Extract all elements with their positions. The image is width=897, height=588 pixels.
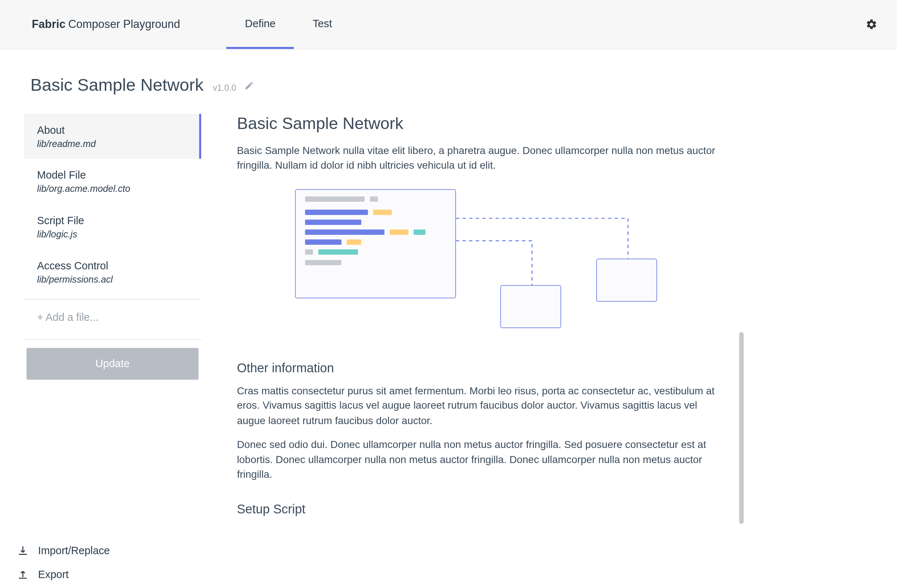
sidebar-item-sub: lib/org.acme.model.cto: [37, 183, 189, 195]
sidebar-item-title: Access Control: [37, 259, 189, 273]
brand-bold: Fabric: [32, 18, 66, 31]
top-bar: Fabric Composer Playground Define Test: [0, 0, 897, 50]
node-card: [501, 285, 561, 328]
sidebar-item-script[interactable]: Script File lib/logic.js: [24, 204, 201, 249]
tabs: Define Test: [227, 0, 351, 49]
sidebar-item-sub: lib/readme.md: [37, 137, 187, 150]
readme-h2: Other information: [237, 361, 721, 376]
readme-pane: Basic Sample Network Basic Sample Networ…: [201, 114, 744, 527]
gear-icon[interactable]: [865, 0, 877, 49]
page-version: v1.0.0: [213, 83, 236, 93]
sidebar-item-access[interactable]: Access Control lib/permissions.acl: [24, 249, 201, 295]
scrollbar-thumb[interactable]: [739, 332, 744, 524]
page-header: Basic Sample Network v1.0.0: [0, 50, 897, 99]
tab-test-label: Test: [312, 18, 332, 29]
scrollbar[interactable]: [739, 114, 744, 527]
readme-p: Cras mattis consectetur purus sit amet f…: [237, 384, 721, 428]
sidebar-item-title: Model File: [37, 168, 189, 183]
readme-h2: Setup Script: [237, 502, 721, 517]
export-label: Export: [38, 569, 69, 580]
readme-p: Donec sed odio dui. Donec ullamcorper nu…: [237, 524, 721, 527]
export-button[interactable]: Export: [17, 569, 110, 580]
readme-p: Donec sed odio dui. Donec ullamcorper nu…: [237, 437, 721, 482]
brand: Fabric Composer Playground: [32, 0, 180, 49]
sidebar-item-title: About: [37, 123, 187, 137]
code-card: [295, 189, 456, 298]
upload-icon: [17, 569, 29, 580]
tab-test[interactable]: Test: [294, 0, 351, 49]
bottom-actions: Import/Replace Export: [17, 533, 110, 580]
node-card: [596, 259, 657, 302]
add-file-label: + Add a file...: [37, 312, 98, 323]
sidebar-item-title: Script File: [37, 214, 189, 228]
sidebar: About lib/readme.md Model File lib/org.a…: [24, 114, 201, 380]
add-file-button[interactable]: + Add a file...: [24, 299, 201, 335]
page-title: Basic Sample Network: [31, 75, 204, 95]
sidebar-item-model[interactable]: Model File lib/org.acme.model.cto: [24, 159, 201, 204]
import-label: Import/Replace: [38, 545, 110, 557]
brand-rest: Composer Playground: [68, 18, 180, 31]
update-label: Update: [96, 358, 130, 370]
pencil-icon[interactable]: [244, 81, 254, 93]
tab-define[interactable]: Define: [227, 0, 294, 49]
sidebar-item-sub: lib/logic.js: [37, 228, 189, 240]
readme-h1: Basic Sample Network: [237, 114, 721, 133]
update-button[interactable]: Update: [26, 348, 199, 380]
sidebar-item-sub: lib/permissions.acl: [37, 273, 189, 286]
readme-p: Basic Sample Network nulla vitae elit li…: [237, 144, 721, 173]
download-icon: [17, 545, 29, 557]
import-replace-button[interactable]: Import/Replace: [17, 545, 110, 557]
diagram-illustration: [295, 189, 721, 341]
tab-define-label: Define: [245, 18, 276, 29]
sidebar-item-about[interactable]: About lib/readme.md: [24, 114, 201, 159]
sidebar-divider: [24, 339, 201, 340]
